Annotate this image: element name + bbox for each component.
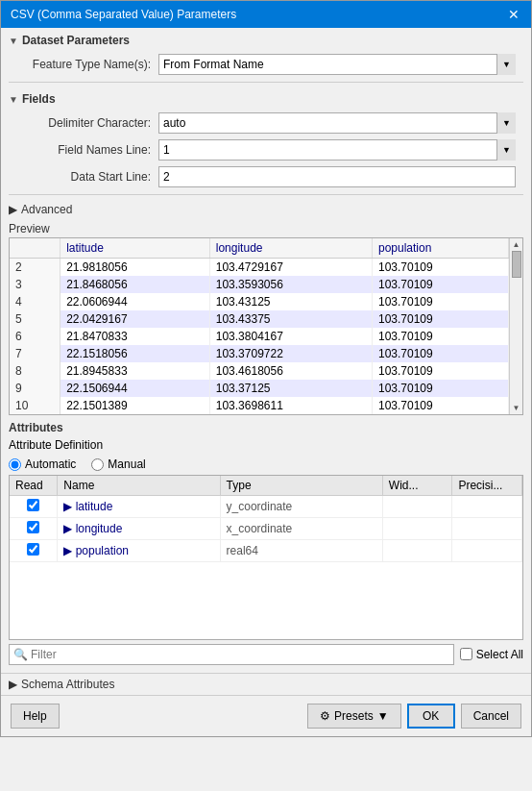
- preview-cell-population: 103.70109: [372, 328, 508, 345]
- attr-cell-width: [382, 540, 452, 562]
- field-names-line-label: Field Names Line:: [16, 143, 151, 157]
- preview-cell-latitude: 22.1518056: [60, 345, 210, 362]
- divider-2: [9, 194, 523, 195]
- attr-cell-precision: [452, 540, 522, 562]
- attr-cell-precision: [452, 496, 522, 518]
- field-names-line-select-wrapper: 1 ▼: [158, 139, 516, 161]
- delimiter-select[interactable]: auto: [158, 112, 516, 134]
- attr-cell-width: [382, 496, 452, 518]
- filter-input-wrapper: 🔍: [9, 644, 454, 665]
- cancel-button[interactable]: Cancel: [461, 704, 521, 729]
- advanced-section[interactable]: ▶ Advanced: [1, 199, 531, 220]
- window-title: CSV (Comma Separated Value) Parameters: [11, 8, 236, 21]
- automatic-radio[interactable]: [9, 458, 21, 471]
- attr-cell-read[interactable]: [10, 540, 58, 562]
- attr-cell-read[interactable]: [10, 496, 58, 518]
- attr-read-checkbox[interactable]: [27, 499, 39, 511]
- feature-type-select[interactable]: From Format Name: [158, 54, 516, 75]
- preview-row-num: 3: [10, 276, 60, 293]
- filter-input[interactable]: [9, 644, 454, 665]
- preview-cell-longitude: 103.43375: [209, 310, 372, 328]
- bottom-bar: Help ⚙ Presets ▼ OK Cancel: [1, 695, 531, 736]
- preview-col-population: population: [372, 238, 508, 259]
- attr-cell-read[interactable]: [10, 518, 58, 540]
- gear-icon: ⚙: [320, 709, 330, 723]
- attr-col-type: Type: [220, 476, 382, 496]
- content-area: ▼ Dataset Parameters Feature Type Name(s…: [1, 28, 531, 736]
- presets-button[interactable]: ⚙ Presets ▼: [307, 704, 401, 729]
- attr-cell-name: ▶ population: [58, 540, 220, 562]
- data-start-line-input[interactable]: [158, 166, 516, 187]
- preview-scroll-area[interactable]: latitude longitude population 2 21.98180…: [10, 238, 522, 414]
- preview-row-num: 10: [10, 397, 60, 414]
- close-button[interactable]: ✕: [506, 7, 521, 22]
- dropdown-arrow-icon: ▼: [377, 709, 389, 723]
- triangle-icon: ▶: [63, 522, 72, 535]
- preview-row: 6 21.8470833 103.3804167 103.70109: [10, 328, 522, 345]
- schema-attributes-label: Schema Attributes: [21, 678, 114, 691]
- feature-type-label: Feature Type Name(s):: [16, 58, 151, 71]
- advanced-label: Advanced: [21, 203, 72, 216]
- preview-row: 5 22.0429167 103.43375 103.70109: [10, 310, 522, 328]
- help-button[interactable]: Help: [11, 704, 60, 729]
- manual-radio-label[interactable]: Manual: [91, 457, 145, 471]
- preview-cell-population: 103.70109: [372, 380, 508, 397]
- schema-attributes-section[interactable]: ▶ Schema Attributes: [1, 673, 531, 695]
- dataset-parameters-section[interactable]: ▼ Dataset Parameters: [1, 28, 531, 51]
- select-all-checkbox[interactable]: [460, 648, 472, 660]
- attr-table-container: Read Name Type Wid... Precisi... ▶ latit…: [9, 475, 523, 640]
- chevron-down-icon: ▼: [9, 94, 18, 105]
- attr-read-checkbox[interactable]: [27, 521, 39, 533]
- divider-1: [9, 82, 523, 83]
- bottom-bar-right: ⚙ Presets ▼ OK Cancel: [307, 704, 521, 729]
- scrollbar[interactable]: ▲ ▼: [509, 238, 522, 414]
- automatic-radio-label[interactable]: Automatic: [9, 457, 76, 471]
- scroll-up-arrow[interactable]: ▲: [513, 240, 520, 249]
- preview-row-num: 9: [10, 380, 60, 397]
- preview-section: Preview latitude longitude population: [9, 220, 523, 415]
- preview-col-latitude: latitude: [60, 238, 210, 259]
- preview-table-container: latitude longitude population 2 21.98180…: [9, 237, 523, 415]
- fields-section[interactable]: ▼ Fields: [1, 87, 531, 110]
- select-all-label: Select All: [476, 648, 523, 661]
- preview-cell-longitude: 103.3709722: [209, 345, 372, 362]
- preview-cell-population: 103.70109: [372, 310, 508, 328]
- preview-row: 2 21.9818056 103.4729167 103.70109: [10, 259, 522, 277]
- preview-cell-latitude: 22.1506944: [60, 380, 210, 397]
- preview-cell-latitude: 22.0606944: [60, 293, 210, 310]
- dataset-parameters-label: Dataset Parameters: [22, 34, 130, 47]
- preview-cell-longitude: 103.43125: [209, 293, 372, 310]
- preview-cell-population: 103.70109: [372, 259, 508, 277]
- manual-radio[interactable]: [91, 458, 104, 471]
- preview-table: latitude longitude population 2 21.98180…: [10, 238, 522, 414]
- attr-header-row: Read Name Type Wid... Precisi...: [10, 476, 522, 496]
- attributes-section: Attributes Attribute Definition Automati…: [9, 419, 523, 669]
- preview-cell-population: 103.70109: [372, 293, 508, 310]
- title-bar-left: CSV (Comma Separated Value) Parameters: [11, 8, 236, 21]
- triangle-icon: ▶: [63, 544, 72, 557]
- ok-button[interactable]: OK: [407, 704, 455, 729]
- attr-cell-type: y_coordinate: [220, 496, 382, 518]
- attr-cell-name: ▶ latitude: [58, 496, 220, 518]
- filter-row: 🔍 Select All: [9, 640, 523, 669]
- field-names-line-select[interactable]: 1: [158, 139, 516, 161]
- chevron-down-icon: ▼: [9, 36, 18, 46]
- preview-header-row: latitude longitude population: [10, 238, 522, 259]
- attr-empty-row: [10, 562, 522, 639]
- preview-row: 7 22.1518056 103.3709722 103.70109: [10, 345, 522, 362]
- preview-col-num: [10, 238, 60, 259]
- data-start-line-row: Data Start Line:: [1, 163, 531, 190]
- preview-cell-longitude: 103.3593056: [209, 276, 372, 293]
- preview-cell-latitude: 21.8945833: [60, 362, 210, 380]
- fields-label: Fields: [22, 92, 56, 106]
- scroll-thumb[interactable]: [512, 251, 521, 278]
- preview-row-num: 7: [10, 345, 60, 362]
- attr-col-read: Read: [10, 476, 58, 496]
- attr-table: Read Name Type Wid... Precisi... ▶ latit…: [10, 476, 522, 639]
- preview-cell-longitude: 103.3698611: [209, 397, 372, 414]
- scroll-down-arrow[interactable]: ▼: [513, 404, 520, 412]
- presets-label: Presets: [334, 709, 374, 723]
- preview-row-num: 6: [10, 328, 60, 345]
- attr-row: ▶ population real64: [10, 540, 522, 562]
- attr-read-checkbox[interactable]: [27, 543, 39, 556]
